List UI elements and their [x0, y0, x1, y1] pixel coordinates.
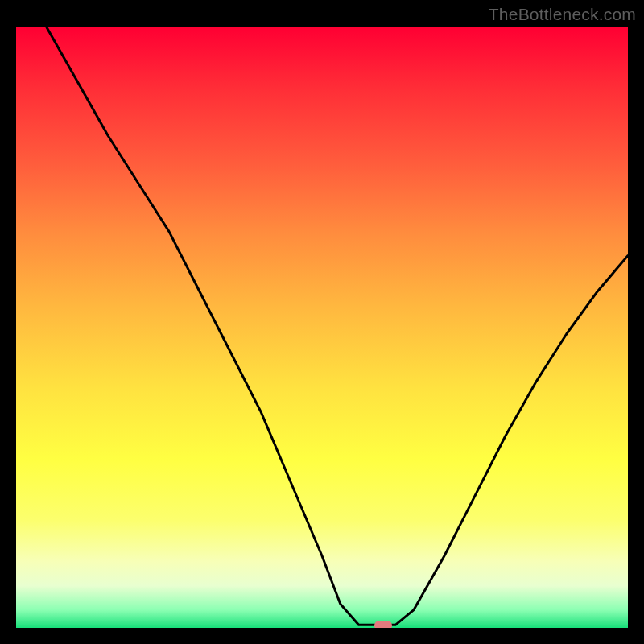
- watermark-text: TheBottleneck.com: [489, 5, 636, 24]
- chart-frame: TheBottleneck.com: [0, 0, 644, 644]
- optimal-point-marker: [374, 621, 392, 628]
- bottleneck-curve: [16, 27, 628, 628]
- plot-area: [16, 27, 628, 628]
